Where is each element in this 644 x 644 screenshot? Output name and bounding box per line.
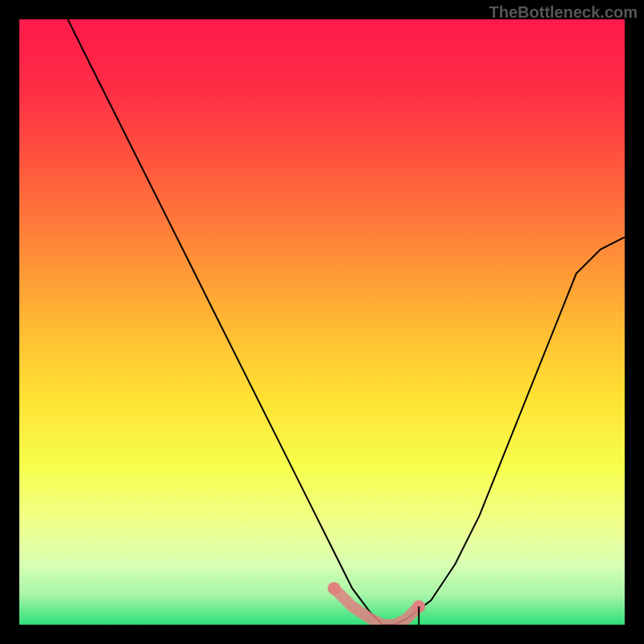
highlight-dot [328,582,341,595]
watermark-text: TheBottleneck.com [489,3,638,22]
plot-area [19,19,625,625]
chart-svg [19,19,625,625]
chart-container: TheBottleneck.com [0,0,644,644]
gradient-background [19,19,625,625]
